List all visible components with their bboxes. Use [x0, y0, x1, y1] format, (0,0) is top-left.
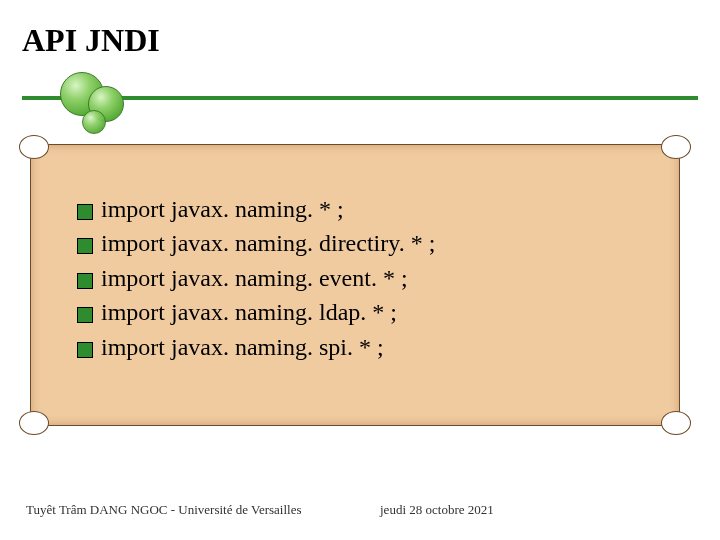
- bullet-icon: [77, 204, 93, 220]
- content-box: import javax. naming. * ; import javax. …: [30, 144, 680, 426]
- bullet-text: import javax. naming. ldap. * ;: [101, 296, 397, 328]
- list-item: import javax. naming. * ;: [77, 193, 435, 225]
- bullet-icon: [77, 342, 93, 358]
- sphere-icon: [82, 110, 106, 134]
- bullet-icon: [77, 307, 93, 323]
- slide: API JNDI import javax. naming. * ; impor…: [0, 0, 720, 540]
- footer-date: jeudi 28 octobre 2021: [380, 502, 494, 518]
- bullet-icon: [77, 238, 93, 254]
- list-item: import javax. naming. ldap. * ;: [77, 296, 435, 328]
- scroll-curl-icon: [19, 411, 49, 435]
- scroll-curl-icon: [19, 135, 49, 159]
- footer-author: Tuyêt Trâm DANG NGOC - Université de Ver…: [26, 502, 302, 518]
- bullet-text: import javax. naming. directiry. * ;: [101, 227, 435, 259]
- scroll-curl-icon: [661, 135, 691, 159]
- list-item: import javax. naming. event. * ;: [77, 262, 435, 294]
- scroll-curl-icon: [661, 411, 691, 435]
- header-decoration: [22, 90, 698, 130]
- bullet-icon: [77, 273, 93, 289]
- bullet-list: import javax. naming. * ; import javax. …: [77, 193, 435, 365]
- bullet-text: import javax. naming. event. * ;: [101, 262, 408, 294]
- list-item: import javax. naming. spi. * ;: [77, 331, 435, 363]
- bullet-text: import javax. naming. spi. * ;: [101, 331, 384, 363]
- page-title: API JNDI: [22, 22, 160, 59]
- list-item: import javax. naming. directiry. * ;: [77, 227, 435, 259]
- bullet-text: import javax. naming. * ;: [101, 193, 344, 225]
